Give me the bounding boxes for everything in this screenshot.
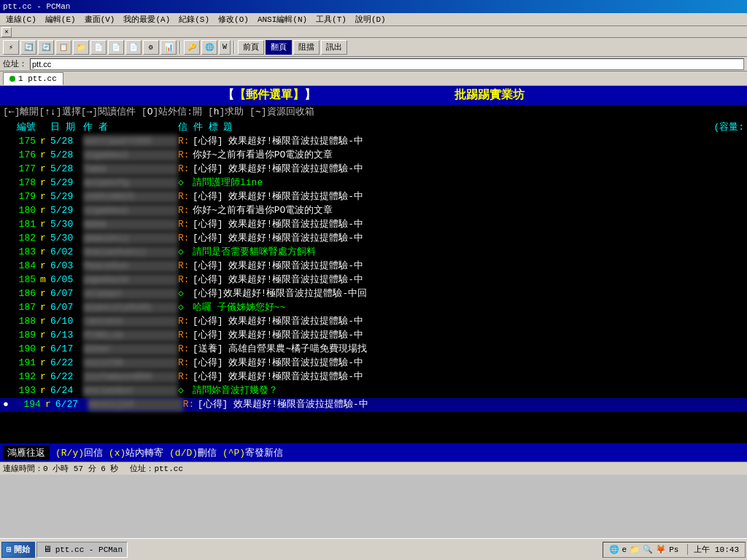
table-row[interactable]: ● 194 r 6/27 minlij14 R: [心得] 效果超好!極限音波拉… — [0, 398, 747, 412]
address-input[interactable] — [30, 58, 744, 70]
email-status: r — [36, 315, 50, 328]
email-date: 5/28 — [50, 149, 83, 162]
email-num: 191 — [3, 357, 36, 370]
tab-label: 1 ptt.cc — [18, 74, 57, 83]
taskbar: ⊞ 開始 🖥 ptt.cc - PCMan 🌐 e 📁 🔍 🦊 Ps 上午 10… — [0, 538, 747, 560]
table-row[interactable]: 180 r 5/29 sigabeul R: 你好~之前有看過你PO電波的文章 — [0, 204, 747, 218]
nav-text: [←]離開[↑↓]選擇[→]閱讀信件 [O]站外信:開 [h]求助 [~]資源回… — [3, 106, 314, 117]
email-num: 181 — [3, 218, 36, 231]
email-date: 5/28 — [50, 163, 83, 176]
table-row[interactable]: 186 r 6/07 stlpqur ◇ [心得]效果超好!極限音波拉提體驗-中… — [0, 287, 747, 301]
taskbar-start-button[interactable]: ⊞ 開始 — [1, 542, 35, 558]
table-row[interactable]: 193 r 6/24 bnclanbor ◇ 請問妳音波打幾發？ — [0, 384, 747, 398]
table-row[interactable]: 177 r 5/28 Yama R: [心得] 效果超好!極限音波拉提體驗-中 — [0, 163, 747, 176]
toolbar-btn-8[interactable]: 📄 — [125, 40, 142, 55]
email-subject: [心得] 效果超好!極限音波拉提體驗-中 — [193, 232, 744, 245]
key-compose-label: 寄發新信 — [245, 448, 283, 459]
table-row[interactable]: 182 r 5/30 pewuikij R: [心得] 效果超好!極限音波拉提體… — [0, 232, 747, 246]
menu-item-connection[interactable]: 連線(C) — [1, 13, 41, 26]
start-icon: ⊞ — [7, 545, 12, 554]
tray-icon-ie[interactable]: 🌐 — [609, 545, 619, 554]
toolbar-block[interactable]: 阻擋 — [293, 40, 320, 55]
toolbar-sep-1 — [179, 41, 181, 54]
toolbar-btn-w[interactable]: W — [219, 40, 231, 55]
toolbar-btn-2[interactable]: 🔄 — [20, 40, 36, 55]
toolbar-logout[interactable]: 訊出 — [321, 40, 347, 55]
tray-icon-firefox[interactable]: 🦊 — [656, 545, 666, 554]
table-row[interactable]: 184 r 6/03 PeaceSun R: [心得] 效果超好!極限音波拉提體… — [0, 260, 747, 273]
table-row[interactable]: 179 r 5/29 ch0510025 R: [心得] 效果超好!極限音波拉提… — [0, 190, 747, 204]
table-row[interactable]: 185 m 6/05 pqpebale R: [心得] 效果超好!極限音波拉提體… — [0, 273, 747, 287]
email-num: 182 — [3, 232, 36, 245]
toolbar-btn-11[interactable]: 🔑 — [184, 40, 200, 55]
email-status: r — [36, 149, 50, 162]
menu-item-help[interactable]: 說明(D) — [351, 13, 390, 26]
close-button[interactable]: ✕ — [1, 27, 12, 37]
tray-icon-ps[interactable]: Ps — [669, 545, 678, 554]
email-mark: R: — [178, 315, 193, 328]
tray-icon-search[interactable]: 🔍 — [643, 545, 653, 554]
menu-item-edit[interactable]: 編輯(E) — [41, 13, 80, 26]
toolbar-prev-page[interactable]: 前頁 — [238, 40, 264, 55]
status-location: 位址： — [130, 463, 154, 474]
email-date: 6/17 — [50, 343, 83, 356]
toolbar-btn-5[interactable]: 📁 — [73, 40, 89, 55]
menu-item-records[interactable]: 紀錄(S) — [174, 13, 214, 26]
tray-icon-folder[interactable]: 📁 — [630, 545, 640, 554]
tab-pttcc[interactable]: 1 ptt.cc — [3, 72, 63, 85]
taskbar-app-pttcc[interactable]: 🖥 ptt.cc - PCMan — [36, 542, 128, 558]
email-author: kettlpatt555 — [83, 135, 178, 148]
table-row[interactable]: 181 r 5/30 mdem R: [心得] 效果超好!極限音波拉提體驗-中 — [0, 218, 747, 232]
email-num: 179 — [3, 190, 36, 203]
table-row[interactable]: 176 r 5/28 sigabeul R: 你好~之前有看過你PO電波的文章 — [0, 149, 747, 163]
menu-item-tools[interactable]: 工具(T) — [311, 13, 351, 26]
email-subject: 你好~之前有看過你PO電波的文章 — [193, 204, 744, 217]
email-subject: [心得] 效果超好!極限音波拉提體驗-中 — [193, 260, 744, 273]
toolbar-btn-6[interactable]: 📄 — [90, 40, 107, 55]
email-num: 192 — [3, 370, 36, 384]
email-num: 193 — [3, 384, 36, 397]
table-row[interactable]: 192 r 6/22 jiifamysn050 R: [心得] 效果超好!極限音… — [0, 370, 747, 384]
table-row[interactable]: 183 r 6/02 bnalaohukij ◇ 請問是否需要貓咪腎處方飼料 — [0, 246, 747, 260]
toolbar-btn-1[interactable]: ⚡ — [3, 40, 19, 55]
email-num: 189 — [3, 329, 36, 342]
toolbar-btn-4[interactable]: 📋 — [55, 40, 71, 55]
email-status: r — [36, 232, 50, 245]
table-row[interactable]: 191 r 6/22 vulit56 R: [心得] 效果超好!極限音波拉提體驗… — [0, 357, 747, 370]
toolbar-btn-7[interactable]: 📄 — [108, 40, 124, 55]
menu-item-favorites[interactable]: 我的最愛(A) — [119, 13, 174, 26]
email-date: 6/07 — [50, 301, 83, 314]
table-row[interactable]: 178 r 5/29 anlpenfg ◇ 請問護理師line — [0, 176, 747, 190]
tray-icon-e[interactable]: e — [622, 545, 627, 554]
header-bracket-right: 】 — [304, 89, 316, 102]
table-row[interactable]: 190 r 6/17 diher R: [送養] 高雄自營果農~橘子喵免費現場找 — [0, 343, 747, 357]
email-num: 187 — [3, 301, 36, 314]
email-subject: [心得] 效果超好!極限音波拉提體驗-中 — [193, 190, 744, 203]
email-author: PeaceSun — [83, 260, 178, 273]
toolbar-btn-10[interactable]: 📊 — [160, 40, 177, 55]
email-subject: 請問妳音波打幾發？ — [193, 384, 744, 397]
close-row: ✕ — [0, 26, 747, 38]
table-row[interactable]: 188 r 6/10 ranceos R: [心得] 效果超好!極限音波拉提體驗… — [0, 315, 747, 329]
toolbar-btn-9[interactable]: ⚙ — [143, 40, 159, 55]
menu-item-modify[interactable]: 修改(O) — [214, 13, 253, 26]
email-author: minlij14 — [88, 398, 183, 411]
email-num: 190 — [3, 343, 36, 356]
email-mark: R: — [178, 149, 193, 162]
email-mark: R: — [178, 329, 193, 342]
header-bracket-left: 【 — [222, 89, 234, 102]
menu-item-view[interactable]: 畫面(V) — [80, 13, 120, 26]
email-date: 6/05 — [50, 273, 83, 287]
toolbar-btn-12[interactable]: 🌐 — [201, 40, 217, 55]
toolbar-next-page[interactable]: 翻頁 — [266, 40, 292, 55]
bbs-email-list: 175 r 5/28 kettlpatt555 R: [心得] 效果超好!極限音… — [0, 135, 747, 412]
status-time: 連線時間：0 小時 57 分 6 秒 — [3, 463, 118, 474]
table-row[interactable]: 187 r 6/07 alancity0101 ◇ 哈囉 子儀姊姊您好~~ — [0, 301, 747, 315]
table-row[interactable]: 189 r 6/13 PTSELib R: [心得] 效果超好!極限音波拉提體驗… — [0, 329, 747, 343]
toolbar-btn-3[interactable]: 🔄 — [38, 40, 54, 55]
email-subject: [心得] 效果超好!極限音波拉提體驗-中 — [193, 135, 744, 148]
email-author: jiifamysn050 — [83, 370, 178, 384]
table-row[interactable]: 175 r 5/28 kettlpatt555 R: [心得] 效果超好!極限音… — [0, 135, 747, 149]
email-date: 6/27 — [55, 398, 88, 411]
menu-item-ansi[interactable]: ANSI編輯(N) — [253, 13, 311, 26]
